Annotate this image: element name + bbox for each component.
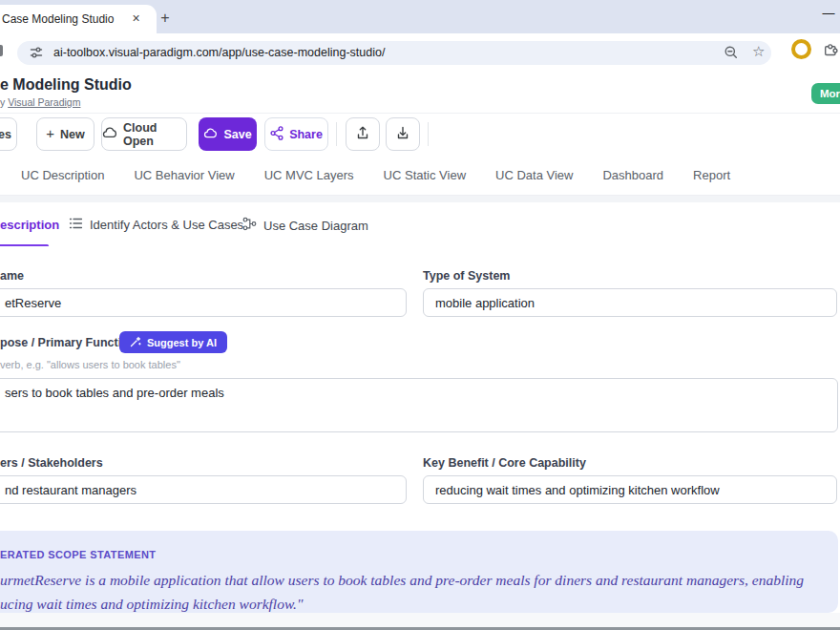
tab-uc-data-view[interactable]: UC Data View <box>495 168 573 182</box>
cloud-open-label: Cloud Open <box>123 121 186 148</box>
save-button[interactable]: Save <box>199 117 257 151</box>
subtab-use-case-diagram[interactable]: Use Case Diagram <box>242 217 368 234</box>
toolbar-divider <box>428 122 429 146</box>
suggest-by-ai-button[interactable]: Suggest by AI <box>119 331 227 353</box>
byline: y Visual Paradigm <box>0 96 80 108</box>
key-benefit-input[interactable] <box>423 475 837 504</box>
download-icon <box>395 125 410 143</box>
cloud-icon <box>102 127 117 141</box>
toolbar-divider <box>336 122 337 146</box>
clipped-examples-button[interactable]: es <box>0 117 17 151</box>
purpose-textarea[interactable]: sers to book tables and pre-order meals <box>0 378 838 432</box>
save-label: Save <box>223 128 251 141</box>
share-label: Share <box>289 128 323 141</box>
generated-scope-statement: ERATED SCOPE STATEMENT urmetReserve is a… <box>0 531 838 613</box>
browser-tab-strip: Case Modeling Studio × + — <box>0 0 840 33</box>
tab-uc-static-view[interactable]: UC Static View <box>384 168 466 182</box>
zoom-out-icon[interactable] <box>724 45 739 64</box>
byline-prefix: y <box>0 96 8 108</box>
share-button[interactable]: Share <box>264 117 328 151</box>
cloud-save-icon <box>203 128 218 141</box>
bookmark-star-icon[interactable]: ☆ <box>752 43 765 60</box>
scope-text-line1: urmetReserve is a mobile application tha… <box>0 572 804 589</box>
section-gap <box>0 196 840 202</box>
name-label: ame <box>0 269 24 283</box>
tab-uc-mvc-layers[interactable]: UC MVC Layers <box>264 168 354 182</box>
new-button[interactable]: +New <box>36 117 94 151</box>
main-tab-bar: UC Description UC Behavior View UC MVC L… <box>0 155 840 196</box>
tab-report[interactable]: Report <box>693 168 730 182</box>
tab-uc-description[interactable]: UC Description <box>21 168 104 182</box>
more-button[interactable]: More <box>811 83 840 104</box>
tab-dashboard[interactable]: Dashboard <box>602 168 663 182</box>
browser-tab-title: Case Modeling Studio <box>2 12 114 26</box>
browser-toolbar: ai-toolbox.visual-paradigm.com/app/use-c… <box>0 33 840 67</box>
stakeholders-input[interactable] <box>0 475 407 504</box>
address-bar[interactable]: ai-toolbox.visual-paradigm.com/app/use-c… <box>17 41 771 65</box>
cloud-open-button[interactable]: Cloud Open <box>101 117 187 151</box>
list-icon <box>69 217 83 233</box>
profile-avatar[interactable] <box>791 39 811 59</box>
magic-wand-icon <box>130 336 141 349</box>
browser-tab[interactable]: Case Modeling Studio × <box>0 5 157 33</box>
type-of-system-input[interactable] <box>423 288 837 317</box>
subtab-identify-actors[interactable]: Identify Actors & Use Cases <box>69 217 243 233</box>
page-title: e Modeling Studio <box>0 76 132 94</box>
new-label: New <box>60 128 85 141</box>
purpose-hint: verb, e.g. "allows users to book tables" <box>0 359 180 370</box>
type-of-system-label: Type of System <box>423 269 510 283</box>
clipped-button-label: es <box>0 128 11 141</box>
subtab-description-active[interactable]: escription <box>0 218 59 232</box>
site-settings-icon[interactable] <box>30 46 43 63</box>
export-button[interactable] <box>346 117 380 151</box>
extensions-icon[interactable] <box>822 41 839 61</box>
url-text[interactable]: ai-toolbox.visual-paradigm.com/app/use-c… <box>53 46 385 59</box>
upload-icon <box>355 125 370 143</box>
browser-window: Case Modeling Studio × + — ai-toolbox.vi… <box>0 0 840 630</box>
identify-actors-label: Identify Actors & Use Cases <box>90 218 243 232</box>
stakeholders-label: ers / Stakeholders <box>0 456 103 470</box>
close-tab-icon[interactable]: × <box>128 10 144 27</box>
system-name-input[interactable] <box>0 288 407 317</box>
scope-text-line2: ucing wait times and optimizing kitchen … <box>0 596 304 613</box>
scope-heading: ERATED SCOPE STATEMENT <box>0 549 156 560</box>
minimize-window-icon[interactable]: — <box>822 6 835 20</box>
page-background <box>0 613 840 627</box>
use-case-diagram-label: Use Case Diagram <box>263 219 368 233</box>
app-toolbar: es +New Cloud Open Save Share <box>0 114 840 156</box>
purpose-label: pose / Primary Function <box>0 336 136 349</box>
visual-paradigm-link[interactable]: Visual Paradigm <box>8 96 80 108</box>
tab-uc-behavior-view[interactable]: UC Behavior View <box>134 168 234 182</box>
diagram-icon <box>242 217 257 234</box>
share-nodes-icon <box>270 126 284 143</box>
clipped-toolbar-icon <box>0 45 3 56</box>
key-benefit-label: Key Benefit / Core Capability <box>423 456 586 470</box>
plus-icon: + <box>46 125 54 141</box>
app-header: e Modeling Studio y Visual Paradigm More <box>0 67 840 114</box>
new-tab-button[interactable]: + <box>157 10 174 27</box>
sub-tab-bar: escription Identify Actors & Use Cases U… <box>0 202 840 247</box>
description-form: ame Type of System pose / Primary Functi… <box>0 246 840 531</box>
suggest-by-ai-label: Suggest by AI <box>147 337 217 348</box>
import-button[interactable] <box>386 117 420 151</box>
